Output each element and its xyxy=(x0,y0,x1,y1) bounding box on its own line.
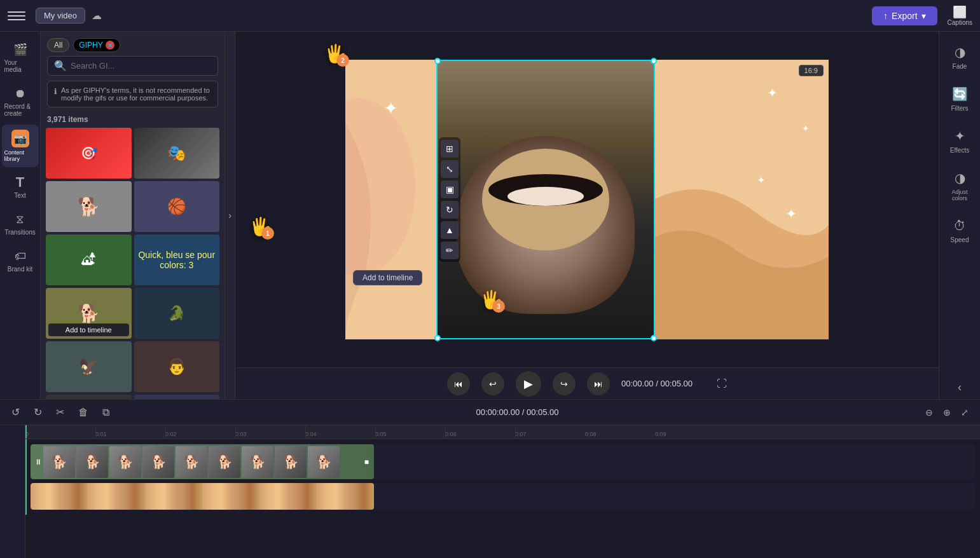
delete-button[interactable]: 🗑 xyxy=(74,405,92,419)
right-panel-speed[interactable]: ⏱ Speed xyxy=(941,210,978,250)
zoom-in-button[interactable]: ⊕ xyxy=(939,406,955,419)
crop-button[interactable]: ⊞ xyxy=(441,140,459,158)
track-thumb-6: 🐕 xyxy=(209,446,240,478)
right-panel-adjust[interactable]: ◑ Adjust colors xyxy=(941,163,978,208)
screen-button[interactable]: ▣ xyxy=(441,180,459,198)
timeline-toolbar: ↺ ↻ ✂ 🗑 ⧉ 00:00:00.00 / 00:05.00 ⊖ ⊕ ⤢ xyxy=(0,400,980,425)
right-panel-filters[interactable]: 🔄 Filters xyxy=(941,79,978,118)
bg-track[interactable] xyxy=(31,483,975,510)
media-thumb-2[interactable]: 🎭 xyxy=(134,128,220,179)
resize-button[interactable]: ⤡ xyxy=(441,160,459,178)
play-button[interactable]: ▶ xyxy=(516,371,541,397)
media-thumb-3[interactable]: 🐕 xyxy=(46,181,132,232)
top-bar: My video ☁ ↑ Export ▾ ⬜ Captions xyxy=(0,0,980,32)
erase-button[interactable]: ✏ xyxy=(441,242,459,259)
track-thumb-2: 🐕 xyxy=(76,446,108,478)
weather-icon[interactable]: ☁ xyxy=(90,10,103,22)
effects-icon: ✦ xyxy=(951,127,969,145)
zoom-fit-button[interactable]: ⤢ xyxy=(957,406,972,419)
media-thumb-12[interactable]: It's your BIRTHDAY xyxy=(134,395,220,399)
skip-end-button[interactable]: ⏭ xyxy=(587,372,610,395)
copy-button[interactable]: ⧉ xyxy=(99,405,113,419)
sidebar: 🎬 Your media ⏺ Record & create 📷 Content… xyxy=(0,32,41,399)
items-count: 3,971 items xyxy=(41,112,224,128)
sparkle-4: ✦ xyxy=(757,174,765,186)
filter-all-button[interactable]: All xyxy=(47,38,69,52)
text-icon: T xyxy=(13,175,28,190)
right-panel-effects[interactable]: ✦ Effects xyxy=(941,121,978,160)
ruler-mark-2: 0:02 xyxy=(165,431,177,437)
track-thumb-7: 🐕 xyxy=(242,446,273,478)
search-input-wrap: 🔍 xyxy=(47,56,218,76)
export-button[interactable]: ↑ Export ▾ xyxy=(872,6,937,25)
ruler-mark-7: 0:07 xyxy=(515,431,527,437)
media-thumb-1[interactable]: 🎯 xyxy=(46,128,132,179)
content-library-icon: 📷 xyxy=(11,130,29,147)
collapse-right-button[interactable]: ‹ xyxy=(958,381,962,394)
media-thumb-10[interactable]: 👨 xyxy=(134,341,220,392)
canvas-container: ✦ xyxy=(345,60,829,339)
giphy-notice: ℹ As per GIPHY's terms, it is not recomm… xyxy=(47,81,218,107)
dog-video xyxy=(438,60,654,339)
media-thumb-5[interactable]: 🏕 xyxy=(46,235,132,285)
filters-icon: 🔄 xyxy=(951,85,969,103)
hamburger-menu[interactable] xyxy=(8,7,25,25)
sidebar-item-text[interactable]: T Text xyxy=(2,170,39,204)
ruler-mark-1: 0:01 xyxy=(95,431,107,437)
bg-wave xyxy=(31,483,374,510)
media-thumb-7[interactable]: 🐕 Add to timeline xyxy=(46,288,132,339)
track-thumb-1: 🐕 xyxy=(43,446,75,478)
media-thumb-8[interactable]: 🐊 xyxy=(134,288,220,339)
back5-button[interactable]: ↩ xyxy=(481,372,504,395)
media-thumb-4[interactable]: 🏀 xyxy=(134,181,220,232)
media-thumb-9[interactable]: 🦅 xyxy=(46,341,132,392)
project-tabs: My video ☁ xyxy=(36,8,872,24)
track-thumb-8: 🐕 xyxy=(275,446,307,478)
search-input[interactable] xyxy=(71,61,211,71)
zoom-out-button[interactable]: ⊖ xyxy=(921,406,937,419)
captions-button[interactable]: ⬜ Captions xyxy=(948,5,972,26)
ruler-line-2 xyxy=(165,425,166,439)
notice-icon: ℹ xyxy=(54,87,57,102)
add-to-timeline-overlay[interactable]: Add to timeline xyxy=(48,323,129,336)
media-panel: All GIPHY ✕ 🔍 ℹ As per GIPHY's terms, it… xyxy=(41,32,225,399)
media-grid: 🎯 🎭 🐕 🏀 🏕 Quick, bleu se pour colors: 3 … xyxy=(41,128,224,399)
track-thumb-5: 🐕 xyxy=(176,446,207,478)
track-thumb-4: 🐕 xyxy=(142,446,174,478)
rewind-button[interactable]: ⏮ xyxy=(447,372,470,395)
export-chevron-icon: ▾ xyxy=(921,11,926,21)
ruler-line-4 xyxy=(305,425,306,439)
giphy-close-button[interactable]: ✕ xyxy=(106,41,114,50)
sidebar-item-your-media[interactable]: 🎬 Your media xyxy=(2,37,39,78)
timeline-track-labels xyxy=(0,425,25,558)
project-tab-my-video[interactable]: My video xyxy=(36,8,85,24)
rotate-button[interactable]: ↻ xyxy=(441,201,459,219)
sidebar-item-brand[interactable]: 🏷 Brand kit xyxy=(2,243,39,278)
sidebar-item-record-create[interactable]: ⏺ Record & create xyxy=(2,81,39,122)
collapse-panel-button[interactable]: › xyxy=(225,32,235,399)
sidebar-item-content-library[interactable]: 📷 Content library xyxy=(2,125,39,167)
giphy-filter-tag[interactable]: GIPHY ✕ xyxy=(73,38,120,52)
right-bg: ✦ ✦ ✦ ✦ xyxy=(654,60,829,339)
timeline-tracks: ⏸ 🐕 🐕 🐕 🐕 🐕 🐕 🐕 🐕 🐕 ■ xyxy=(25,439,980,515)
media-thumb-6[interactable]: Quick, bleu se pour colors: 3 xyxy=(134,235,220,285)
ruler-mark-6: 0:06 xyxy=(445,431,457,437)
timeline-content: 0 0:01 0:02 0:03 0:04 0:05 0:06 0:07 0:0… xyxy=(0,425,980,558)
undo-button[interactable]: ↺ xyxy=(8,405,24,419)
forward5-button[interactable]: ↪ xyxy=(553,372,576,395)
right-panel-fade[interactable]: ◑ Fade xyxy=(941,37,978,76)
track-thumb-9: 🐕 xyxy=(308,446,340,478)
aspect-ratio-badge: 16:9 xyxy=(799,65,824,76)
video-track[interactable]: ⏸ 🐕 🐕 🐕 🐕 🐕 🐕 🐕 🐕 🐕 ■ xyxy=(31,444,975,479)
ruler-line-3 xyxy=(235,425,236,439)
sparkle-2: ✦ xyxy=(767,85,778,100)
sidebar-item-transitions[interactable]: ⧖ Transitions xyxy=(2,207,39,241)
time-code-display: 00:00:00.00 / 00:05.00 xyxy=(120,407,915,417)
position-button[interactable]: ▲ xyxy=(441,221,459,239)
ruler-mark-8: 0:08 xyxy=(585,431,597,437)
cut-button[interactable]: ✂ xyxy=(52,405,68,419)
timeline-main: 0 0:01 0:02 0:03 0:04 0:05 0:06 0:07 0:0… xyxy=(25,425,980,558)
redo-button[interactable]: ↻ xyxy=(30,405,46,419)
fullscreen-button[interactable]: ⛶ xyxy=(717,378,727,390)
media-thumb-11[interactable]: 📣 xyxy=(46,395,132,399)
